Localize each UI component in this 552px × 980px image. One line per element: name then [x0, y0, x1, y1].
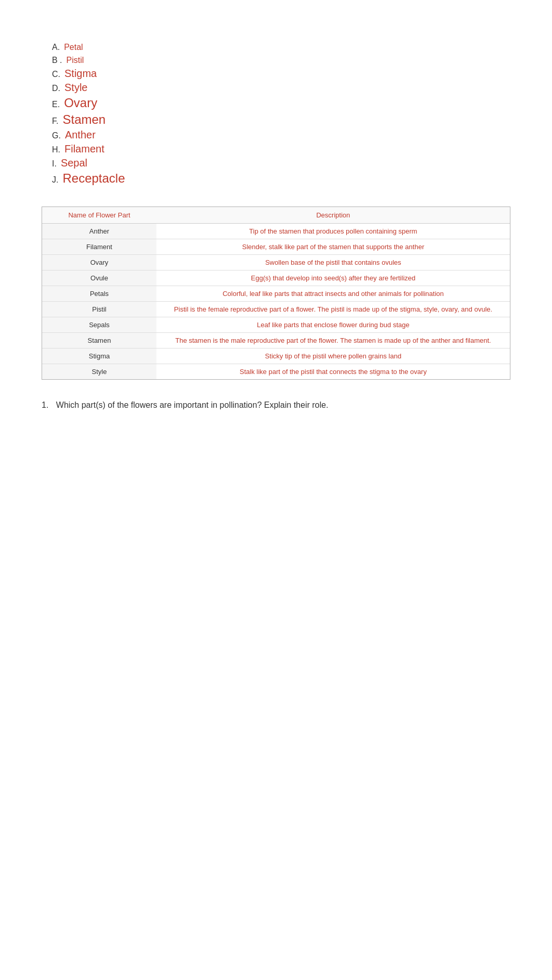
list-item-6: G.Anther: [52, 129, 510, 141]
table-cell-name-6: Sepals: [42, 317, 156, 333]
flower-parts-list: A.PetalB .PistilC.StigmaD.StyleE.OvaryF.…: [52, 42, 510, 186]
table-cell-name-7: Stamen: [42, 333, 156, 349]
table-cell-desc-1: Slender, stalk like part of the stamen t…: [156, 239, 510, 255]
table-cell-name-0: Anther: [42, 224, 156, 239]
list-label-2: C.: [52, 70, 60, 79]
list-label-4: E.: [52, 100, 60, 109]
table-cell-name-5: Pistil: [42, 302, 156, 317]
col-header-name: Name of Flower Part: [42, 207, 156, 224]
table-cell-desc-9: Stalk like part of the pistil that conne…: [156, 364, 510, 380]
table-row-5: PistilPistil is the female reproductive …: [42, 302, 510, 317]
list-item-4: E.Ovary: [52, 96, 510, 110]
table-row-4: PetalsColorful, leaf like parts that att…: [42, 286, 510, 302]
list-item-9: J.Receptacle: [52, 171, 510, 186]
list-label-1: B .: [52, 56, 62, 65]
list-label-5: F.: [52, 117, 58, 125]
table-cell-desc-5: Pistil is the female reproductive part o…: [156, 302, 510, 317]
list-label-8: I.: [52, 159, 57, 168]
question-text: Which part(s) of the flowers are importa…: [56, 401, 328, 409]
flower-table-container: Name of Flower Part Description AntherTi…: [42, 207, 510, 380]
list-label-9: J.: [52, 175, 58, 184]
table-cell-name-1: Filament: [42, 239, 156, 255]
table-cell-name-4: Petals: [42, 286, 156, 302]
list-value-8: Sepal: [61, 157, 87, 169]
list-item-5: F.Stamen: [52, 112, 510, 127]
list-label-3: D.: [52, 84, 60, 93]
table-cell-desc-0: Tip of the stamen that produces pollen c…: [156, 224, 510, 239]
list-value-1: Pistil: [67, 56, 84, 65]
table-cell-name-8: Stigma: [42, 349, 156, 364]
list-item-3: D.Style: [52, 82, 510, 94]
table-row-7: StamenThe stamen is the male reproductiv…: [42, 333, 510, 349]
list-value-6: Anther: [65, 129, 96, 140]
table-cell-name-9: Style: [42, 364, 156, 380]
table-cell-desc-8: Sticky tip of the pistil where pollen gr…: [156, 349, 510, 364]
list-label-6: G.: [52, 131, 61, 140]
table-cell-desc-3: Egg(s) that develop into seed(s) after t…: [156, 270, 510, 286]
list-item-1: B .Pistil: [52, 55, 510, 66]
col-header-desc: Description: [156, 207, 510, 224]
list-item-8: I.Sepal: [52, 157, 510, 169]
list-label-7: H.: [52, 145, 60, 154]
list-value-0: Petal: [64, 43, 83, 51]
list-item-0: A.Petal: [52, 42, 510, 53]
table-cell-desc-6: Leaf like parts that enclose flower duri…: [156, 317, 510, 333]
table-cell-desc-7: The stamen is the male reproductive part…: [156, 333, 510, 349]
table-row-2: OvarySwollen base of the pistil that con…: [42, 255, 510, 270]
list-value-3: Style: [64, 82, 87, 93]
list-value-4: Ovary: [64, 96, 97, 110]
list-value-7: Filament: [64, 143, 104, 154]
list-value-5: Stamen: [62, 112, 106, 126]
table-row-1: FilamentSlender, stalk like part of the …: [42, 239, 510, 255]
question-section: 1. Which part(s) of the flowers are impo…: [42, 401, 510, 410]
list-item-2: C.Stigma: [52, 68, 510, 80]
list-value-2: Stigma: [64, 68, 97, 79]
list-label-0: A.: [52, 43, 60, 51]
table-cell-desc-4: Colorful, leaf like parts that attract i…: [156, 286, 510, 302]
table-cell-desc-2: Swollen base of the pistil that contains…: [156, 255, 510, 270]
table-row-9: StyleStalk like part of the pistil that …: [42, 364, 510, 380]
table-row-3: OvuleEgg(s) that develop into seed(s) af…: [42, 270, 510, 286]
question-number: 1.: [42, 401, 48, 409]
table-row-6: SepalsLeaf like parts that enclose flowe…: [42, 317, 510, 333]
flower-table: Name of Flower Part Description AntherTi…: [42, 207, 510, 379]
table-row-0: AntherTip of the stamen that produces po…: [42, 224, 510, 239]
list-item-7: H.Filament: [52, 143, 510, 155]
table-cell-name-3: Ovule: [42, 270, 156, 286]
table-row-8: StigmaSticky tip of the pistil where pol…: [42, 349, 510, 364]
list-value-9: Receptacle: [62, 171, 125, 185]
table-cell-name-2: Ovary: [42, 255, 156, 270]
